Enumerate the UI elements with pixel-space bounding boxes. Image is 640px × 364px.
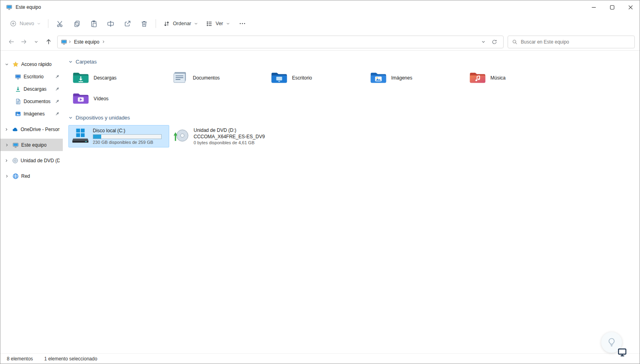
back-button[interactable]: [5, 36, 18, 48]
chevron-right-icon[interactable]: [4, 159, 10, 163]
disk-usage-bar: [93, 134, 162, 139]
this-pc-icon: [6, 4, 12, 10]
sidebar-item-label: Este equipo: [21, 142, 46, 148]
share-button[interactable]: [119, 17, 135, 30]
chevron-down-icon[interactable]: [4, 62, 10, 66]
folder-tile-descargas[interactable]: Descargas: [69, 69, 168, 87]
this-pc-icon: [12, 142, 19, 148]
star-icon: [12, 61, 19, 68]
copy-button[interactable]: [69, 17, 85, 30]
sidebar-item-onedrive[interactable]: OneDrive - Personal: [0, 123, 63, 135]
picture-icon: [15, 111, 21, 117]
view-button-label: Ver: [216, 21, 223, 26]
sidebar-item-este-equipo[interactable]: Este equipo: [0, 139, 63, 151]
sidebar-item-documentos[interactable]: Documentos: [0, 95, 63, 107]
more-options-button[interactable]: [234, 17, 250, 30]
plus-circle-icon: [10, 20, 17, 27]
folder-label: Escritorio: [292, 75, 312, 81]
music-folder-icon: [469, 70, 486, 86]
breadcrumb-this-pc[interactable]: Este equipo: [72, 39, 101, 45]
forward-button[interactable]: [18, 36, 30, 48]
folder-tile-videos[interactable]: Vídeos: [69, 90, 168, 107]
main-area: Acceso rápido Escritorio Descargas: [0, 51, 640, 353]
trash-icon: [140, 20, 148, 28]
pin-icon: [55, 74, 60, 79]
chevron-right-icon[interactable]: [4, 174, 10, 178]
disk-usage-fill: [93, 135, 101, 139]
drive-free-space: 230 GB disponibles de 259 GB: [93, 140, 162, 145]
sort-button[interactable]: Ordenar: [160, 18, 202, 30]
lightbulb-icon: [606, 337, 617, 348]
window-controls: [584, 0, 640, 14]
search-input[interactable]: [521, 39, 630, 45]
sidebar-item-escritorio[interactable]: Escritorio: [0, 70, 63, 83]
drives-grid: Disco local (C:) 230 GB disponibles de 2…: [68, 125, 636, 147]
chevron-down-icon: [194, 22, 198, 26]
chevron-right-icon: [68, 40, 72, 44]
minimize-button[interactable]: [584, 0, 603, 14]
recent-locations-button[interactable]: [30, 36, 42, 48]
sidebar-item-imagenes[interactable]: Imágenes: [0, 107, 63, 120]
document-icon: [15, 98, 21, 105]
window-title: Este equipo: [16, 4, 41, 10]
this-pc-icon: [61, 39, 67, 45]
search-box[interactable]: [508, 36, 635, 48]
desktop-icon: [15, 74, 21, 80]
sidebar-item-quick-access[interactable]: Acceso rápido: [0, 58, 63, 70]
new-button[interactable]: Nuevo: [6, 17, 44, 30]
up-button[interactable]: [42, 36, 55, 48]
view-button[interactable]: Ver: [202, 18, 234, 30]
scissors-icon: [56, 20, 64, 28]
sidebar-item-label: Red: [21, 173, 30, 179]
address-bar[interactable]: Este equipo: [57, 36, 504, 48]
folder-tile-escritorio[interactable]: Escritorio: [268, 69, 367, 87]
drive-tile-dvd[interactable]: Unidad de DVD (D:) CCCOMA_X64FRE_ES-ES_D…: [169, 125, 270, 147]
pin-icon: [55, 87, 60, 91]
download-icon: [15, 86, 21, 92]
sidebar-item-dvd-drive[interactable]: Unidad de DVD (D:): [0, 154, 63, 167]
toolbar-divider: [156, 19, 156, 28]
maximize-button[interactable]: [603, 0, 621, 14]
paste-button[interactable]: [86, 17, 102, 30]
title-bar: Este equipo: [0, 0, 640, 14]
file-list-area: Carpetas Descargas Documentos: [63, 51, 640, 353]
dvd-disc-icon: [12, 157, 18, 164]
cut-button[interactable]: [52, 17, 68, 30]
ellipsis-icon: [239, 20, 246, 27]
sidebar-item-label: Acceso rápido: [21, 62, 52, 67]
delete-button[interactable]: [136, 17, 152, 30]
drive-tile-c[interactable]: Disco local (C:) 230 GB disponibles de 2…: [68, 125, 169, 147]
status-bar: 8 elementos 1 elemento seleccionado: [0, 353, 640, 364]
folder-label: Música: [490, 75, 506, 81]
dvd-drive-icon: [172, 128, 190, 145]
chevron-right-icon[interactable]: [4, 143, 10, 147]
close-button[interactable]: [621, 0, 640, 14]
folder-label: Documentos: [193, 75, 220, 81]
refresh-button[interactable]: [489, 37, 500, 47]
documents-stack-icon: [171, 70, 189, 86]
sidebar-item-descargas[interactable]: Descargas: [0, 83, 63, 95]
sort-button-label: Ordenar: [173, 21, 191, 26]
drive-name: Unidad de DVD (D:): [194, 127, 265, 133]
folder-tile-musica[interactable]: Música: [466, 69, 565, 87]
section-header-carpetas[interactable]: Carpetas: [68, 56, 636, 67]
drive-name: Disco local (C:): [93, 128, 162, 133]
monitor-icon: [617, 348, 628, 357]
folder-tile-documentos[interactable]: Documentos: [168, 69, 268, 87]
folder-label: Descargas: [94, 75, 116, 81]
rename-button[interactable]: [102, 17, 118, 30]
rename-icon: [107, 20, 114, 28]
videos-folder-icon: [72, 91, 90, 106]
drive-info: Unidad de DVD (D:) CCCOMA_X64FRE_ES-ES_D…: [194, 127, 265, 145]
sort-icon: [163, 20, 170, 27]
sidebar-item-label: Imágenes: [24, 111, 45, 117]
sidebar-item-red[interactable]: Red: [0, 170, 63, 182]
drive-volume-label: CCCOMA_X64FRE_ES-ES_DV9: [194, 134, 265, 139]
chevron-down-icon: [68, 115, 73, 120]
chevron-right-icon[interactable]: [4, 127, 9, 131]
folder-tile-imagenes[interactable]: Imágenes: [367, 69, 466, 87]
downloads-folder-icon: [72, 70, 90, 86]
onedrive-cloud-icon: [12, 126, 18, 133]
section-header-dispositivos[interactable]: Dispositivos y unidades: [68, 112, 636, 123]
address-dropdown-button[interactable]: [478, 37, 489, 47]
